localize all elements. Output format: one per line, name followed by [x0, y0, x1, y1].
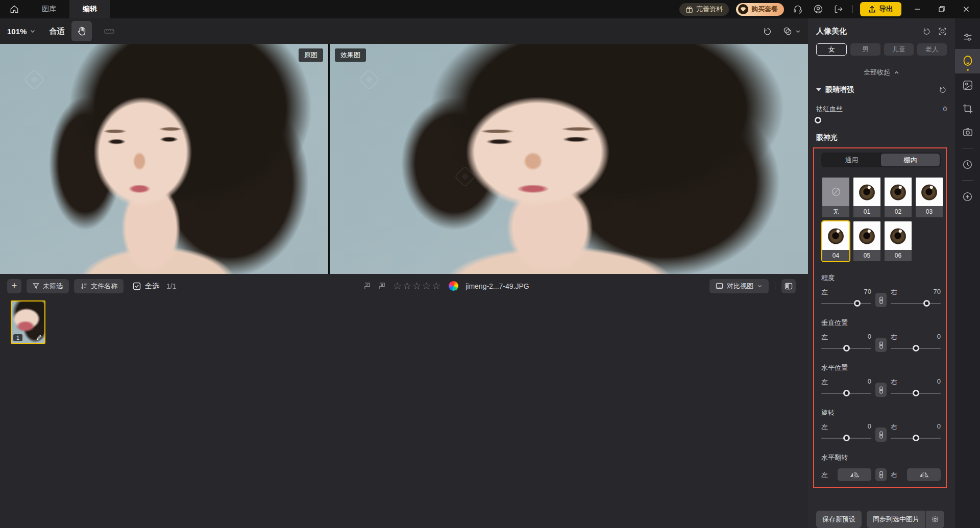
panel-title: 人像美化 — [816, 27, 847, 36]
panel-reset-icon[interactable] — [922, 27, 931, 36]
portrait-beauty-tool[interactable] — [955, 49, 980, 73]
compare-chevron-icon[interactable] — [795, 29, 801, 34]
sync-selected-button[interactable]: 同步到选中图片 — [867, 511, 944, 528]
color-label-icon[interactable] — [449, 281, 458, 291]
minimize-button[interactable] — [909, 2, 926, 17]
face-detect-icon[interactable] — [938, 27, 947, 36]
original-photo-pane[interactable]: 原图 — [0, 44, 328, 274]
degree-slider-group: 程度 左 70 右 70 — [821, 273, 941, 307]
rotation-left-slider[interactable] — [821, 438, 871, 439]
sync-settings-gear-icon[interactable] — [926, 515, 944, 523]
preset-none[interactable]: 无 — [821, 177, 850, 218]
preset-03[interactable]: 03 — [915, 177, 944, 218]
gender-male-button[interactable]: 男 — [850, 43, 880, 56]
camera-tool[interactable] — [955, 120, 980, 144]
slider-knob[interactable] — [843, 435, 850, 441]
export-button[interactable]: 导出 — [860, 2, 901, 16]
effect-badge: 效果图 — [335, 48, 366, 62]
account-button[interactable] — [812, 3, 825, 16]
filter-button[interactable]: 未筛选 — [27, 279, 69, 293]
reset-view-icon[interactable] — [763, 27, 772, 36]
hand-tool-button[interactable] — [71, 21, 92, 41]
zoom-level[interactable]: 101% — [7, 27, 27, 36]
sort-button[interactable]: 文件名称 — [74, 279, 124, 293]
gender-elder-button[interactable]: 老人 — [917, 43, 947, 56]
link-sliders-icon[interactable] — [875, 468, 887, 481]
close-button[interactable] — [958, 2, 975, 17]
tab-general[interactable]: 通用 — [822, 154, 881, 166]
rotation-right-slider[interactable] — [891, 438, 941, 439]
horizontal-left-slider[interactable] — [821, 393, 871, 394]
perfect-profile-button[interactable]: 完善资料 — [679, 3, 729, 16]
preset-01[interactable]: 01 — [852, 177, 881, 218]
headset-icon — [793, 4, 803, 14]
vertical-right-slider[interactable] — [891, 348, 941, 349]
flip-right-button[interactable] — [907, 468, 941, 481]
slider-knob[interactable] — [854, 300, 861, 307]
gender-child-button[interactable]: 儿童 — [884, 43, 914, 56]
camera-icon — [962, 127, 973, 138]
gender-female-button[interactable]: 女 — [816, 43, 847, 56]
slider-knob[interactable] — [913, 345, 919, 351]
file-info-group: ☆☆☆☆☆ jimeng-2...7-49.JPG — [363, 280, 529, 292]
split-view-button[interactable] — [781, 279, 796, 293]
link-sliders-icon[interactable] — [875, 383, 887, 397]
compare-toggle-icon[interactable] — [782, 26, 793, 36]
preset-06[interactable]: 06 — [884, 220, 913, 262]
preset-label: 06 — [885, 250, 912, 261]
fit-button[interactable]: 合适 — [49, 27, 64, 36]
star-rating[interactable]: ☆☆☆☆☆ — [393, 280, 442, 292]
flag-reject-icon[interactable] — [378, 282, 386, 290]
collapse-all-button[interactable]: 全部收起 — [816, 68, 947, 77]
tab-gallery[interactable]: 图库 — [29, 0, 69, 18]
image-adjust-tool[interactable] — [955, 73, 980, 97]
vertical-left-slider[interactable] — [821, 348, 871, 349]
eye-enhance-section-header[interactable]: 眼睛增强 — [816, 85, 947, 94]
link-sliders-icon[interactable] — [875, 428, 887, 442]
slider-knob[interactable] — [913, 435, 919, 441]
edited-pencil-icon — [36, 334, 42, 341]
degree-right-slider[interactable] — [891, 303, 941, 304]
add-tool[interactable] — [955, 185, 980, 208]
link-sliders-icon[interactable] — [875, 338, 887, 352]
degree-label: 程度 — [821, 273, 941, 283]
flip-label: 水平翻转 — [821, 453, 941, 462]
horizontal-right-slider[interactable] — [891, 393, 941, 394]
left-value: 0 — [868, 378, 871, 387]
slider-knob[interactable] — [923, 300, 930, 307]
eye-enhance-reset-icon[interactable] — [939, 86, 947, 94]
preset-05[interactable]: 05 — [852, 220, 881, 262]
exit-button[interactable] — [832, 3, 845, 16]
preset-02[interactable]: 02 — [884, 177, 913, 218]
crop-tool[interactable] — [955, 97, 980, 120]
select-all-control[interactable]: 全选 — [133, 282, 159, 291]
adjustments-tool[interactable] — [955, 26, 980, 49]
degree-left-slider[interactable] — [821, 303, 871, 304]
ruler-tool-button[interactable] — [99, 21, 119, 41]
slider-knob[interactable] — [843, 390, 850, 396]
zoom-chevron-icon[interactable] — [30, 28, 36, 34]
photo-thumbnail[interactable]: 1 — [11, 300, 45, 344]
photo-count: 1/1 — [166, 282, 176, 290]
slider-knob[interactable] — [815, 117, 821, 123]
slider-knob[interactable] — [913, 390, 919, 396]
history-tool[interactable] — [955, 153, 980, 176]
save-preset-button[interactable]: 保存新预设 — [816, 511, 862, 528]
buy-plan-button[interactable]: 购买套餐 — [736, 3, 784, 16]
compare-view-dropdown[interactable]: 对比视图 — [709, 279, 769, 293]
preset-04-selected[interactable]: 04 — [821, 220, 850, 262]
tab-studio[interactable]: 棚内 — [881, 154, 940, 166]
home-button[interactable] — [0, 0, 29, 18]
effect-photo-pane[interactable]: 效果图 — [330, 44, 808, 274]
flip-horizontal-icon — [918, 472, 929, 477]
support-button[interactable] — [791, 3, 804, 16]
tab-edit[interactable]: 编辑 — [69, 0, 110, 18]
split-view-icon — [785, 283, 793, 290]
restore-button[interactable] — [933, 2, 950, 17]
link-sliders-icon[interactable] — [875, 293, 887, 307]
flag-pick-icon[interactable] — [363, 282, 371, 290]
add-photos-button[interactable]: + — [7, 279, 21, 293]
hand-icon — [76, 26, 87, 37]
flip-left-button[interactable] — [838, 468, 871, 481]
slider-knob[interactable] — [843, 345, 850, 351]
